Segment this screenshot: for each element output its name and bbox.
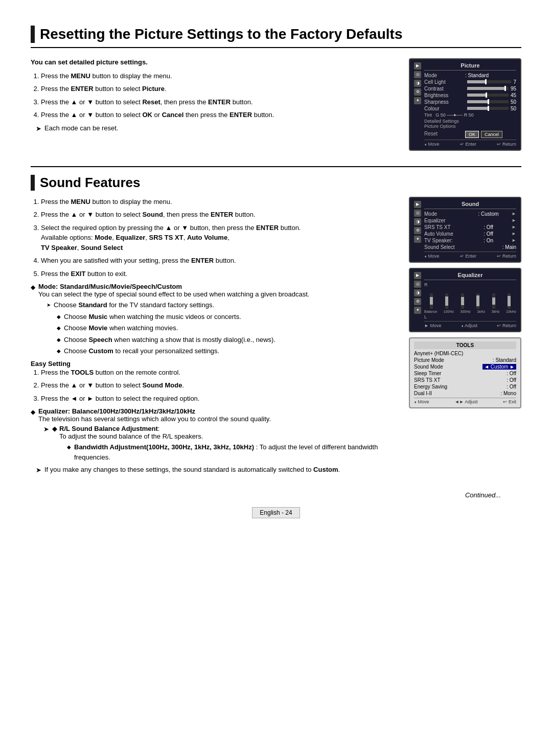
step-1-3: Press the ▲ or ▼ button to select Reset,…	[41, 97, 399, 107]
tv-label-brightness: Brightness	[424, 93, 465, 98]
tv-tools-row-picturemode: Picture Mode : Standard	[414, 357, 516, 363]
tv-label-contrast: Contrast	[424, 86, 465, 91]
tv-tools-nav-exit: ↩ Exit	[503, 399, 516, 404]
tv-tools-sleep-label: Sleep Timer	[414, 371, 441, 376]
tv-tools-pm-value: : Standard	[493, 357, 516, 363]
tv-eq-icon-5: ✦	[414, 307, 421, 314]
bullet-mode-title: Mode: Standard/Music/Movie/Speech/Custom	[38, 283, 182, 290]
section1-bar	[31, 26, 35, 43]
eq-rl-labels: R	[424, 282, 516, 287]
step-1-4: Press the ▲ or ▼ button to select OK or …	[41, 110, 399, 120]
bullet-equalizer-content: Equalizer: Balance/100Hz/300Hz/1kHz/3kHz…	[38, 407, 399, 464]
tv-sound-label-speaker: TV Speaker:	[424, 238, 465, 243]
eq-l-label: L	[424, 314, 516, 319]
tv-tools-dual-label: Dual I-II	[414, 391, 432, 396]
easy-setting-section: Easy Setting Press the TOOLS button on t…	[31, 360, 399, 404]
section1-intro: You can set detailed picture settings.	[31, 58, 399, 66]
tv-eq-nav: ► Move ⬧ Adjust ↩ Return	[424, 321, 516, 328]
bullet-eq-desc: The television has several settings whic…	[38, 415, 271, 423]
eq-r-label: R	[424, 282, 428, 287]
continued-label: Continued...	[465, 491, 501, 499]
bullet-mode: ◆ Mode: Standard/Music/Movie/Speech/Cust…	[31, 283, 399, 358]
tv-sound-icon-5: ✦	[414, 236, 421, 243]
eq-label-1khz: 1kHz	[477, 310, 485, 313]
tv-sound-row-autovol: Auto Volume : Off ►	[424, 231, 516, 237]
tv-row-contrast: Contrast 95	[424, 86, 516, 91]
tv-sound-label-select: Sound Select	[424, 244, 465, 250]
step-2-5: Press the EXIT button to exit.	[41, 269, 399, 279]
easy-step-1: Press the TOOLS button on the remote con…	[41, 368, 399, 378]
rl-balance-note: ➤ ◆ R/L Sound Balance Adjustment: To adj…	[43, 425, 399, 440]
tv-tools-energy-value: : Off	[507, 384, 516, 390]
section2-text-col: Press the MENU button to display the men…	[31, 197, 399, 476]
bullet-eq-title: Equalizer: Balance/100Hz/300Hz/1kHz/3kHz…	[38, 407, 195, 415]
section2: Sound Features Press the MENU button to …	[31, 175, 521, 476]
final-note-arrow: ➤	[36, 466, 41, 474]
tv-bar-marker-sharpness	[488, 99, 489, 104]
mode-sub-standard: Choose Standard for the TV standard fact…	[47, 300, 309, 310]
mode-standard-text: Choose Standard for the TV standard fact…	[54, 300, 214, 310]
tv-label-reset: Reset	[424, 131, 465, 136]
step-2-4: When you are satisfied with your setting…	[41, 256, 399, 266]
tv-tools-row-soundmode: Sound Mode ◄ Custom ►	[414, 364, 516, 370]
tv-icon-4: ⚙	[414, 88, 421, 96]
step-2-1: Press the MENU button to display the men…	[41, 197, 399, 207]
tv-bar-contrast	[467, 87, 509, 90]
bandwidth-list: Bandwidth Adjustment(100Hz, 300Hz, 1kHz,…	[57, 442, 399, 462]
section1-steps: Press the MENU button to display the men…	[31, 71, 399, 120]
tv-sound-row-select: Sound Select : Main	[424, 244, 516, 250]
eq-bars-container	[424, 288, 516, 309]
mode-speech-text: Choose Speech when watching a show that …	[64, 335, 275, 345]
tv-sound-value-speaker: : On	[484, 238, 493, 243]
tv-tint-text: Tint G 50 ──●── R 50	[424, 112, 474, 118]
sound-tv-screen: ▶ ◎ ◑ ⚙ ✦ Sound Mode : Custom ►	[409, 197, 521, 263]
tv-tools-title: TOOLS	[414, 341, 516, 349]
note-text: Each mode can be reset.	[44, 124, 119, 132]
tv-tools-row-srs: SRS TS XT : Off	[414, 377, 516, 383]
tv-eq-icon-2: ◎	[414, 281, 421, 288]
tv-sound-nav-move: ⬧ Move	[424, 254, 440, 259]
easy-step-3: Press the ◄ or ► button to select the re…	[41, 394, 399, 404]
tv-value-celllight: 7	[513, 79, 516, 85]
final-note-text: If you make any changes to these setting…	[44, 466, 340, 473]
tv-sound-label-autovol: Auto Volume	[424, 231, 465, 237]
eq-bar-300-fill	[461, 297, 464, 306]
tv-eq-nav-return: ↩ Return	[497, 323, 516, 328]
tv-row-brightness: Brightness 45	[424, 93, 516, 98]
tools-tv-screen: TOOLS Anynet+ (HDMI-CEC) Picture Mode : …	[409, 337, 521, 408]
tv-label-sharpness: Sharpness	[424, 99, 465, 105]
diamond-icon-eq: ◆	[31, 408, 35, 416]
tv-eq-icon-1: ▶	[414, 272, 421, 279]
tv-bar-fill-brightness	[467, 94, 486, 97]
tv-sound-label-srs: SRS TS XT	[424, 224, 465, 230]
eq-bar-100-fill	[445, 296, 448, 306]
rl-diamond: ◆	[52, 425, 57, 432]
mode-sub-list: Choose Standard for the TV standard fact…	[38, 300, 309, 310]
tv-tools-dual-value: : Mono	[500, 391, 516, 396]
eq-label-100hz: 100Hz	[444, 310, 454, 313]
tv-sound-arrow-mode: ►	[512, 211, 516, 216]
tv-bar-fill-colour	[467, 107, 488, 110]
tv-sound-label-mode: Mode	[424, 211, 465, 217]
section1: Resetting the Picture Settings to the Fa…	[31, 26, 521, 156]
section-divider	[31, 166, 521, 167]
tv-ok-btn: OK	[465, 131, 479, 138]
tv-value-mode: : Standard	[465, 73, 489, 78]
step-2-2: Press the ▲ or ▼ button to select Sound,…	[41, 210, 399, 220]
tv-eq-icons: ▶ ◎ ◑ ⚙ ✦	[414, 272, 421, 328]
rl-text: R/L Sound Balance Adjustment: To adjust …	[59, 425, 203, 440]
tv-tools-pm-label: Picture Mode	[414, 357, 444, 363]
tv-nav-enter: ↵ Enter	[460, 142, 476, 147]
tv-picture-options: Picture Options	[424, 124, 516, 129]
bandwidth-item: Bandwidth Adjustment(100Hz, 300Hz, 1kHz,…	[67, 442, 399, 462]
tv-value-sharpness: 50	[511, 99, 516, 105]
picture-tv-screen: ▶ ◎ ◑ ⚙ ✦ Picture Mode : Standard Cel	[409, 58, 521, 151]
tv-tools-nav-adjust: ◄► Adjust	[455, 399, 478, 404]
tv-sound-icons: ▶ ◎ ◑ ⚙ ✦	[414, 201, 421, 259]
section2-steps: Press the MENU button to display the men…	[31, 197, 399, 279]
mode-movie-text: Choose Movie when watching movies.	[64, 323, 178, 333]
tv-sound-nav: ⬧ Move ↵ Enter ↩ Return	[424, 251, 516, 259]
tv-bar-celllight	[467, 80, 511, 83]
tv-left-icons: ▶ ◎ ◑ ⚙ ✦	[414, 62, 421, 147]
section2-header: Sound Features	[31, 175, 521, 191]
